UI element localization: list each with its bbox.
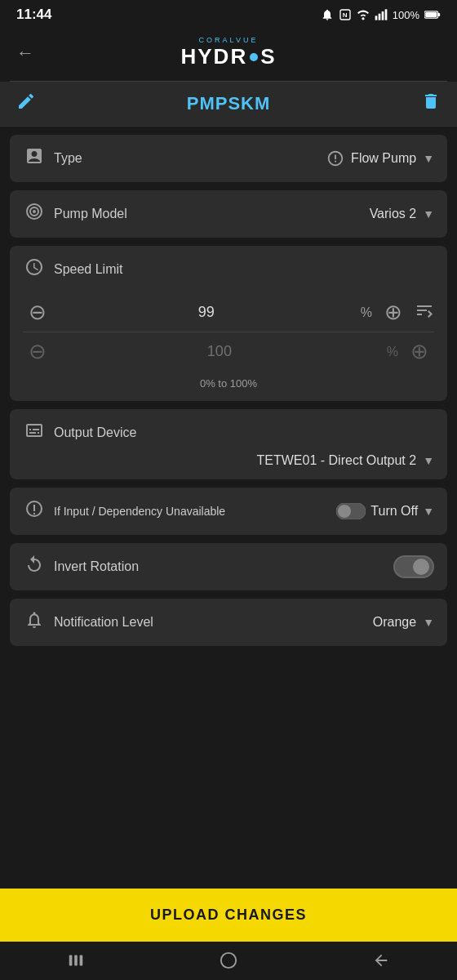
nav-bar xyxy=(0,942,457,980)
dependency-row: If Input / Dependency Unavailable Turn O… xyxy=(23,499,434,523)
nav-home-icon[interactable] xyxy=(220,951,237,973)
logo: CORALVUE HYDR S xyxy=(180,36,276,69)
logo-main: HYDR S xyxy=(180,44,276,69)
speed-value-1: 99 xyxy=(52,304,361,321)
pump-model-value-text: Varios 2 xyxy=(370,207,417,221)
notification-row: Notification Level Orange ▼ xyxy=(23,610,434,635)
notification-value-text: Orange xyxy=(373,615,416,630)
speed-row-2: ⊖ 100 % ⊕ xyxy=(23,332,434,371)
flow-pump-icon xyxy=(326,149,344,167)
toggle-thumb xyxy=(413,559,429,575)
svg-rect-12 xyxy=(74,956,78,966)
svg-rect-5 xyxy=(384,9,387,20)
dependency-dropdown-arrow[interactable]: ▼ xyxy=(423,505,434,518)
brand-name: CORALVUE xyxy=(199,36,259,44)
speed-decrease-btn-1[interactable]: ⊖ xyxy=(23,300,52,325)
svg-rect-2 xyxy=(375,16,377,20)
status-icons: N 100% xyxy=(321,8,441,21)
dependency-label: If Input / Dependency Unavailable xyxy=(23,499,249,523)
speed-limit-label: Speed Limit xyxy=(54,262,123,277)
speed-decrease-btn-2[interactable]: ⊖ xyxy=(23,339,52,364)
dependency-card: If Input / Dependency Unavailable Turn O… xyxy=(10,488,447,535)
invert-icon xyxy=(23,555,46,579)
notification-value[interactable]: Orange ▼ xyxy=(373,615,434,630)
svg-rect-7 xyxy=(438,13,441,16)
signal-icon xyxy=(375,8,388,21)
pump-model-label: Pump Model xyxy=(23,202,127,226)
type-card: Type Flow Pump ▼ xyxy=(10,135,447,182)
type-value-text: Flow Pump xyxy=(351,151,416,166)
pump-model-icon xyxy=(23,202,46,226)
notification-label: Notification Level xyxy=(23,610,153,635)
invert-rotation-card: Invert Rotation xyxy=(10,543,447,590)
speed-limit-card: Speed Limit ⊖ 99 % ⊕ ⊖ 100 % ⊕ 0% to 100… xyxy=(10,246,447,401)
notification-level-text: Notification Level xyxy=(54,615,153,630)
speed-icon xyxy=(23,257,46,282)
type-value: Flow Pump ▼ xyxy=(326,149,434,167)
output-device-text: Output Device xyxy=(54,425,136,440)
dependency-value[interactable]: Turn Off ▼ xyxy=(336,503,434,519)
content: Type Flow Pump ▼ Pump Model Varios 2 ▼ xyxy=(0,127,457,872)
speed-section-title: Speed Limit xyxy=(23,257,434,282)
page-title-bar: PMPSKM xyxy=(0,82,457,127)
type-row: Type Flow Pump ▼ xyxy=(23,146,434,171)
wifi-icon xyxy=(357,8,370,21)
battery-icon xyxy=(424,10,441,20)
speed-row-1: ⊖ 99 % ⊕ xyxy=(23,293,434,332)
type-label: Type xyxy=(23,146,82,171)
delete-button[interactable] xyxy=(421,91,441,116)
edit-button[interactable] xyxy=(16,91,36,116)
adjust-icon[interactable] xyxy=(415,301,434,324)
svg-rect-4 xyxy=(381,11,384,20)
pump-model-dropdown-arrow[interactable]: ▼ xyxy=(423,207,434,220)
svg-rect-8 xyxy=(425,12,437,17)
pump-model-text: Pump Model xyxy=(54,207,127,221)
svg-rect-13 xyxy=(80,956,83,966)
logo-dot xyxy=(250,53,258,61)
output-device-name: TETWE01 - Direct Output 2 xyxy=(257,453,417,468)
type-text: Type xyxy=(54,151,82,166)
output-device-dropdown-arrow[interactable]: ▼ xyxy=(423,454,434,467)
speed-value-2: 100 xyxy=(52,343,387,360)
speed-unit-1: % xyxy=(361,305,372,320)
nav-back-icon[interactable] xyxy=(372,951,390,973)
svg-rect-11 xyxy=(69,956,73,966)
alarm-icon xyxy=(321,8,334,21)
output-icon xyxy=(23,421,46,445)
output-device-card: Output Device TETWE01 - Direct Output 2 … xyxy=(10,409,447,479)
dependency-value-text: Turn Off xyxy=(370,504,418,519)
back-button[interactable]: ← xyxy=(16,42,34,64)
turn-off-toggle-icon xyxy=(336,503,366,519)
type-dropdown-arrow[interactable]: ▼ xyxy=(423,152,434,165)
pump-model-card: Pump Model Varios 2 ▼ xyxy=(10,190,447,238)
svg-rect-3 xyxy=(378,14,380,20)
invert-rotation-toggle[interactable] xyxy=(393,555,434,578)
type-icon xyxy=(23,146,46,171)
output-device-label: Output Device xyxy=(23,421,434,445)
invert-rotation-text: Invert Rotation xyxy=(54,559,139,574)
status-time: 11:44 xyxy=(16,7,51,23)
output-device-value[interactable]: TETWE01 - Direct Output 2 ▼ xyxy=(23,453,434,468)
speed-unit-2: % xyxy=(387,345,398,359)
speed-increase-btn-1[interactable]: ⊕ xyxy=(379,300,408,325)
battery-level: 100% xyxy=(393,9,419,21)
notification-icon xyxy=(23,610,46,635)
n-icon: N xyxy=(339,8,352,21)
svg-point-10 xyxy=(338,505,351,518)
svg-text:N: N xyxy=(342,11,347,19)
header: ← CORALVUE HYDR S xyxy=(0,28,457,81)
invert-rotation-label: Invert Rotation xyxy=(23,555,139,579)
pump-model-row: Pump Model Varios 2 ▼ xyxy=(23,202,434,226)
upload-changes-button[interactable]: UPLOAD CHANGES xyxy=(0,889,457,942)
speed-increase-btn-2[interactable]: ⊕ xyxy=(405,339,434,364)
notification-level-card: Notification Level Orange ▼ xyxy=(10,599,447,646)
invert-rotation-row: Invert Rotation xyxy=(23,555,434,579)
pump-model-value: Varios 2 ▼ xyxy=(370,207,434,221)
speed-range-label: 0% to 100% xyxy=(23,377,434,390)
notification-dropdown-arrow[interactable]: ▼ xyxy=(423,616,434,629)
svg-point-14 xyxy=(221,953,236,968)
page-title: PMPSKM xyxy=(187,93,271,114)
dependency-text: If Input / Dependency Unavailable xyxy=(54,504,225,519)
dependency-icon xyxy=(23,499,46,523)
nav-menu-icon[interactable] xyxy=(67,951,85,973)
